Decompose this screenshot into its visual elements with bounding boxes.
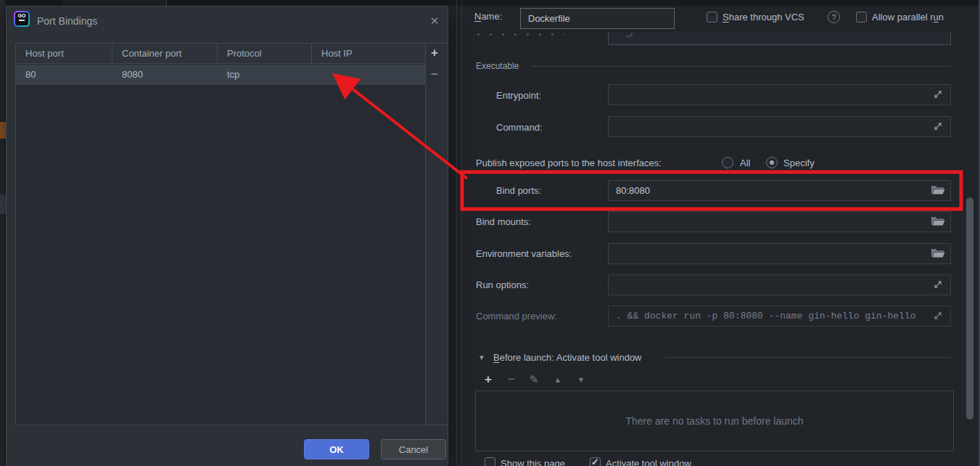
check-icon: ✓ <box>591 457 599 466</box>
command-input[interactable] <box>608 116 951 137</box>
col-container-port[interactable]: Container port <box>112 44 218 64</box>
panel-splitter <box>456 0 457 466</box>
port-bindings-dialog: GO Port Bindings ✕ Host port Container p… <box>6 6 448 466</box>
command-preview-value: . && docker run -p 80:8080 --name gin-he… <box>608 306 951 327</box>
cell-host-port[interactable]: 80 <box>16 65 112 85</box>
bind-mounts-label: Bind mounts: <box>476 216 531 227</box>
col-host-port[interactable]: Host port <box>16 44 112 64</box>
table-row[interactable]: 80 8080 tcp <box>16 65 426 85</box>
run-options-label: Run options: <box>476 279 529 290</box>
entrypoint-label: Entrypoint: <box>496 90 541 101</box>
folder-browse-icon[interactable] <box>931 215 945 229</box>
name-input[interactable] <box>520 8 675 29</box>
entrypoint-input[interactable] <box>608 84 951 105</box>
folder-browse-icon[interactable] <box>931 247 945 261</box>
command-preview-label: Command preview: <box>476 311 557 322</box>
vertical-scrollbar[interactable] <box>966 197 973 420</box>
cell-container-port[interactable]: 8080 <box>112 65 218 85</box>
activate-tool-window-label[interactable]: Activate tool window <box>606 458 691 466</box>
col-host-ip[interactable]: Host IP <box>312 44 426 64</box>
publish-ports-label: Publish exposed ports to the host interf… <box>476 158 662 168</box>
move-up-button[interactable]: ▲ <box>551 375 565 384</box>
radio-all-label[interactable]: All <box>740 158 750 168</box>
dialog-title: Port Bindings <box>37 15 97 27</box>
share-vcs-checkbox[interactable] <box>707 12 717 23</box>
radio-dot <box>770 160 774 165</box>
tasks-empty-text: There are no tasks to run before launch <box>625 415 803 427</box>
folder-browse-icon[interactable] <box>931 184 945 198</box>
expand-icon[interactable] <box>931 120 946 134</box>
port-bindings-table: Host port Container port Protocol Host I… <box>15 43 448 425</box>
radio-specify[interactable] <box>766 157 778 168</box>
move-down-button[interactable]: ▼ <box>574 375 588 384</box>
tasks-list-box: There are no tasks to run before launch <box>475 391 954 451</box>
screenshot-root: Name: Share through VCS ? Allow parallel… <box>0 0 980 466</box>
executable-section-line <box>532 66 951 67</box>
command-label: Command: <box>496 122 543 133</box>
name-label: Name: <box>474 11 502 22</box>
background-tab-strip <box>0 0 980 6</box>
edit-task-button[interactable]: ✎ <box>527 373 541 386</box>
add-row-button[interactable]: + <box>431 46 438 60</box>
close-icon[interactable]: ✕ <box>426 12 443 30</box>
remove-row-button[interactable]: − <box>431 68 438 82</box>
radio-specify-label[interactable]: Specify <box>783 158 815 168</box>
goland-logo-icon: GO <box>14 11 30 27</box>
panel-left-border <box>461 0 462 466</box>
allow-parallel-checkbox[interactable] <box>856 12 867 23</box>
show-this-page-label[interactable]: Show this page <box>501 458 565 466</box>
col-protocol[interactable]: Protocol <box>218 44 312 64</box>
radio-all[interactable] <box>722 157 733 168</box>
run-options-input[interactable] <box>608 274 951 295</box>
stripe-badge-orange <box>0 122 6 139</box>
table-toolbar-gutter: + − <box>425 44 448 425</box>
bind-ports-label: Bind ports: <box>496 185 541 196</box>
env-vars-input[interactable] <box>608 243 951 264</box>
remove-task-button[interactable]: − <box>504 372 519 387</box>
cell-protocol[interactable]: tcp <box>218 65 312 85</box>
table-header-row: Host port Container port Protocol Host I… <box>16 44 426 64</box>
cell-host-ip[interactable] <box>312 65 426 85</box>
expand-icon[interactable] <box>931 88 946 102</box>
executable-section-title: Executable <box>476 61 519 71</box>
stripe-badge-light <box>0 195 6 214</box>
env-vars-label: Environment variables: <box>476 248 572 259</box>
before-launch-label[interactable]: Before launch: Activate tool window <box>493 352 642 363</box>
expand-icon[interactable] <box>931 278 946 293</box>
toolwindow-stripe <box>0 0 6 466</box>
expand-icon[interactable] <box>931 309 946 324</box>
bind-ports-input[interactable] <box>608 180 951 201</box>
ok-button[interactable]: OK <box>304 439 369 459</box>
cancel-button[interactable]: Cancel <box>381 439 446 459</box>
show-this-page-checkbox[interactable] <box>485 457 495 466</box>
before-launch-line <box>665 357 951 358</box>
activate-tool-window-checkbox[interactable]: ✓ <box>590 457 601 466</box>
allow-parallel-label[interactable]: Allow parallel run <box>872 12 944 23</box>
background-tab <box>62 0 167 6</box>
cropped-field[interactable] <box>608 32 951 45</box>
collapse-icon[interactable]: ▼ <box>478 353 485 361</box>
cropped-text-fragment <box>626 33 633 37</box>
cropped-label-fragment <box>477 33 564 36</box>
add-task-button[interactable]: + <box>481 372 495 387</box>
bind-mounts-input[interactable] <box>608 211 951 232</box>
share-vcs-label[interactable]: Share through VCS <box>722 12 804 23</box>
help-icon[interactable]: ? <box>828 11 840 23</box>
